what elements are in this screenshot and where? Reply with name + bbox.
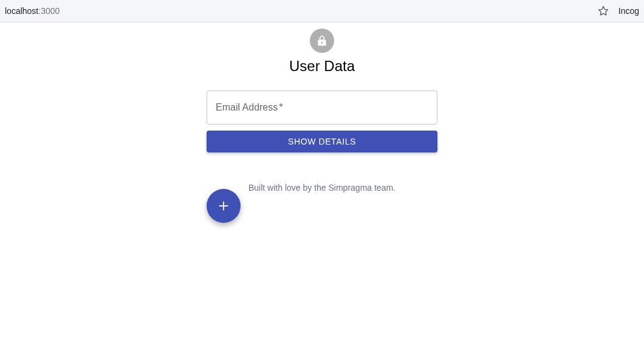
url-port: :3000 [38,6,60,16]
add-fab-button[interactable] [207,189,241,223]
show-details-button[interactable]: SHOW DETAILS [207,131,437,152]
footer-credit: Built with love by the Simpragma team. [248,183,396,193]
email-field-wrapper: Email Address* [207,90,437,125]
user-data-form: Email Address* SHOW DETAILS [207,90,437,152]
url-display: localhost:3000 [5,6,60,16]
page-title: User Data [289,58,355,75]
browser-address-bar: localhost:3000 Incog [0,0,644,22]
bookmark-star-icon[interactable] [598,5,609,16]
svg-marker-0 [598,7,608,15]
incognito-label: Incog [618,6,639,16]
email-input[interactable] [207,91,437,124]
url-host: localhost [5,6,38,16]
page-content: User Data Email Address* SHOW DETAILS Bu… [0,22,644,193]
lock-icon [310,29,334,53]
